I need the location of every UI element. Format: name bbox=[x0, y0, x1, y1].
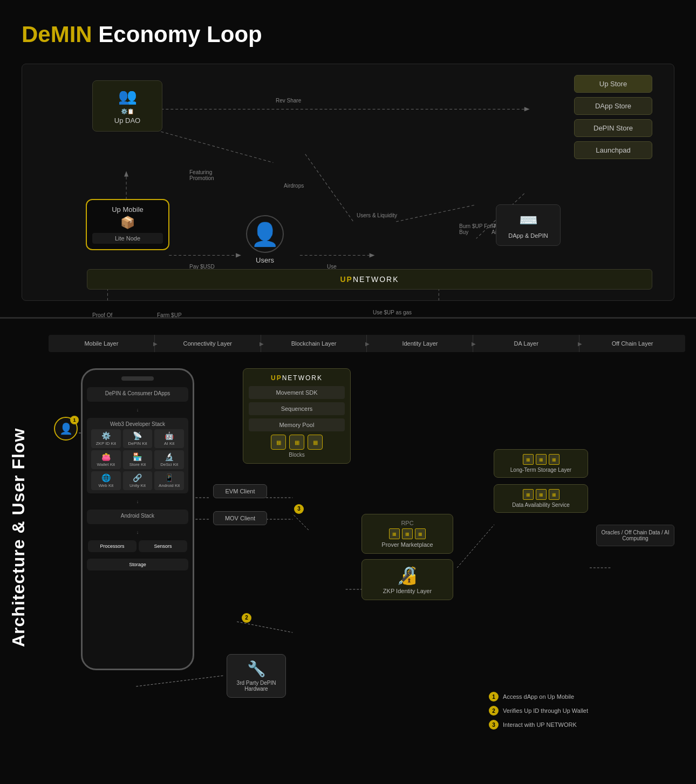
network-up: UP bbox=[340, 275, 352, 284]
third-party-box: 🔧 3rd Party DePIN Hardware bbox=[227, 654, 286, 698]
legend-item-2: 2 Verifies Up ID through Up Wallet bbox=[489, 706, 588, 716]
kit-desci: 🔬 DeSci Kit bbox=[154, 450, 184, 469]
svg-line-12 bbox=[396, 205, 476, 222]
legend-num-2: 2 bbox=[489, 706, 499, 716]
title-highlight: DeMIN bbox=[22, 22, 92, 47]
farm-label: Farm $UP bbox=[157, 312, 182, 318]
economy-section: DeMIN Economy Loop bbox=[0, 0, 696, 317]
up-title-rest: NETWORK bbox=[282, 374, 323, 382]
user-icon: 👤 bbox=[59, 422, 73, 435]
kit-ai: 🤖 AI Kit bbox=[154, 429, 184, 448]
da-blocks: ▦ ▦ ▦ bbox=[499, 489, 583, 500]
memory-pool: Memory Pool bbox=[249, 418, 345, 431]
arch-diagram: 👤 1 DePIN & Consumer DApps ↓ Web3 Develo… bbox=[49, 363, 685, 740]
chip-icon: 🔧 bbox=[233, 660, 280, 678]
kit-zkp: ⚙️ ZKP ID Kit bbox=[91, 429, 121, 448]
kit-depin-icon: 📡 bbox=[124, 431, 152, 440]
mov-client-label: MOV Client bbox=[219, 515, 261, 521]
arrow-down-1: ↓ bbox=[87, 407, 188, 412]
legend-text-3: Interact with UP NETWORK bbox=[503, 721, 577, 728]
da-column: ▦ ▦ ▦ Long-Term Storage Layer ▦ ▦ ▦ Data… bbox=[494, 449, 588, 513]
legend-text-1: Access dApp on Up Mobile bbox=[503, 693, 574, 700]
dapp-box: ⌨️ DApp & DePIN bbox=[496, 204, 561, 246]
layer-tab-connectivity: Connectivity Layer bbox=[155, 335, 261, 352]
evm-client-box: EVM Client bbox=[213, 484, 267, 498]
badge-1: 1 bbox=[70, 416, 79, 424]
prover-block-2: ▦ bbox=[402, 528, 413, 539]
block-3: ▦ bbox=[308, 435, 323, 450]
layer-tab-da: DA Layer bbox=[473, 335, 579, 352]
evm-client-label: EVM Client bbox=[219, 488, 261, 494]
kits-grid: ⚙️ ZKP ID Kit 📡 DePIN Kit 🤖 AI Kit � bbox=[91, 429, 184, 490]
sequencers: Sequencers bbox=[249, 402, 345, 415]
layer-tab-mobile: Mobile Layer bbox=[49, 335, 155, 352]
da-block-2: ▦ bbox=[536, 489, 547, 500]
block-2: ▦ bbox=[289, 435, 304, 450]
legend-item-1: 1 Access dApp on Up Mobile bbox=[489, 692, 588, 702]
da-block-1: ▦ bbox=[523, 489, 534, 500]
dao-label: Up DAO bbox=[99, 116, 155, 125]
storage-label: Long-Term Storage Layer bbox=[499, 467, 583, 473]
layers-header: Mobile Layer Connectivity Layer Blockcha… bbox=[49, 335, 685, 352]
storage-box: Storage bbox=[87, 559, 188, 570]
svg-line-21 bbox=[457, 525, 494, 568]
layer-tab-identity: Identity Layer bbox=[367, 335, 473, 352]
economy-title: DeMIN Economy Loop bbox=[22, 22, 674, 47]
rpc-label: RPC bbox=[367, 520, 447, 526]
phone-mockup: DePIN & Consumer DApps ↓ Web3 Developer … bbox=[81, 368, 194, 670]
third-party-label: 3rd Party DePIN Hardware bbox=[233, 680, 280, 692]
badge-2-area: 2 bbox=[242, 612, 251, 623]
economy-diagram: 👥 ⚙️📋 Up DAO Rev Share Featuring Promoti… bbox=[22, 64, 674, 301]
offchain-label: Oracles / Off Chain Data / AI Computing bbox=[601, 529, 670, 541]
depin-label: DePIN & Consumer DApps bbox=[91, 390, 184, 396]
up-network-title: UPNETWORK bbox=[249, 374, 345, 382]
arch-title: Architecture & User Flow bbox=[0, 319, 37, 757]
layer-tab-blockchain: Blockchain Layer bbox=[261, 335, 367, 352]
kit-web-icon: 🌐 bbox=[92, 473, 120, 482]
kit-wallet-icon: 👛 bbox=[92, 452, 120, 461]
blocks-section: ▦ ▦ ▦ Blocks bbox=[249, 435, 345, 458]
zkp-label: ZKP Identity Layer bbox=[367, 588, 447, 594]
dao-box: 👥 ⚙️📋 Up DAO bbox=[92, 80, 162, 132]
android-label: Android Stack bbox=[91, 513, 184, 519]
arch-content: Mobile Layer Connectivity Layer Blockcha… bbox=[49, 335, 685, 740]
sensors-box: Sensors bbox=[139, 540, 187, 552]
users-label: Users bbox=[233, 256, 297, 264]
dao-icon: 👥 bbox=[99, 87, 155, 105]
depin-section: DePIN & Consumer DApps bbox=[87, 387, 188, 402]
movement-sdk: Movement SDK bbox=[249, 386, 345, 399]
mov-client-box: MOV Client bbox=[213, 511, 267, 525]
kit-desci-icon: 🔬 bbox=[155, 452, 183, 461]
network-label: NETWORK bbox=[353, 275, 399, 284]
long-term-storage: ▦ ▦ ▦ Long-Term Storage Layer bbox=[494, 449, 588, 478]
badge-3: 3 bbox=[294, 504, 304, 514]
mobile-box: Up Mobile 📦 Lite Node bbox=[86, 199, 169, 250]
android-stack-section: Android Stack bbox=[87, 510, 188, 524]
up-title-up: UP bbox=[271, 374, 282, 382]
offchain-box: Oracles / Off Chain Data / AI Computing bbox=[596, 525, 674, 546]
svg-line-23 bbox=[136, 676, 223, 686]
hw-top: Processors Sensors bbox=[87, 540, 188, 552]
prover-blocks: ▦ ▦ ▦ bbox=[367, 528, 447, 539]
mobile-label: Up Mobile bbox=[92, 205, 163, 214]
st-block-1: ▦ bbox=[523, 454, 534, 465]
mobile-icon: 📦 bbox=[92, 216, 163, 230]
user-avatar: 👤 1 bbox=[54, 417, 78, 441]
store-item-3: Launchpad bbox=[574, 141, 652, 159]
zkp-identity-box: 🔏 ZKP Identity Layer bbox=[361, 559, 453, 600]
prover-marketplace: RPC ▦ ▦ ▦ Prover Marketplace bbox=[361, 514, 453, 554]
arrow-down-2: ↓ bbox=[87, 499, 188, 504]
kit-ai-icon: 🤖 bbox=[155, 431, 183, 440]
kit-wallet: 👛 Wallet Kit bbox=[91, 450, 121, 469]
svg-marker-9 bbox=[124, 171, 128, 176]
kit-android-icon: 📱 bbox=[155, 473, 183, 482]
layer-tab-offchain: Off Chain Layer bbox=[579, 335, 685, 352]
web3-label: Web3 Developer Stack bbox=[91, 421, 184, 427]
blocks-row: ▦ ▦ ▦ bbox=[249, 435, 345, 450]
store-item-1: DApp Store bbox=[574, 97, 652, 115]
badge-3-area: 3 bbox=[294, 503, 304, 514]
kit-depin: 📡 DePIN Kit bbox=[123, 429, 153, 448]
svg-marker-7 bbox=[370, 253, 375, 257]
blocks-label: Blocks bbox=[249, 452, 345, 458]
st-block-2: ▦ bbox=[536, 454, 547, 465]
